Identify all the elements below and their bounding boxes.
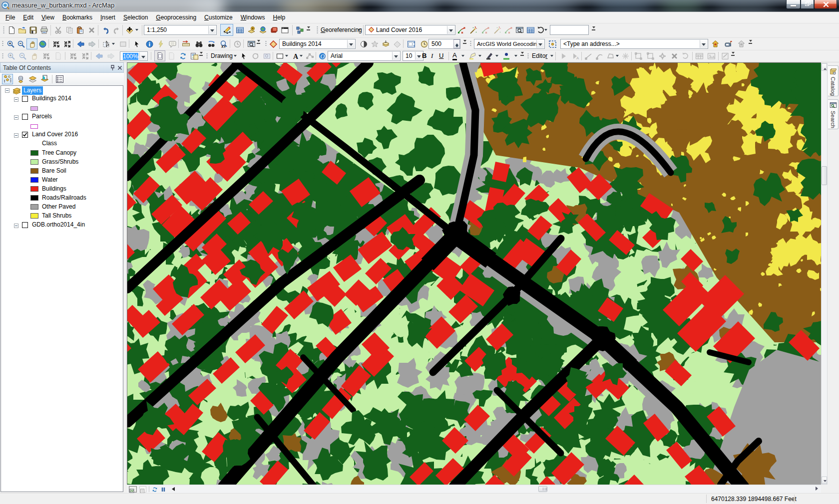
svg-text:XY: XY <box>221 45 226 48</box>
svg-text:O: O <box>321 53 325 60</box>
svg-text:A: A <box>576 56 579 60</box>
svg-text:A: A <box>293 53 299 60</box>
